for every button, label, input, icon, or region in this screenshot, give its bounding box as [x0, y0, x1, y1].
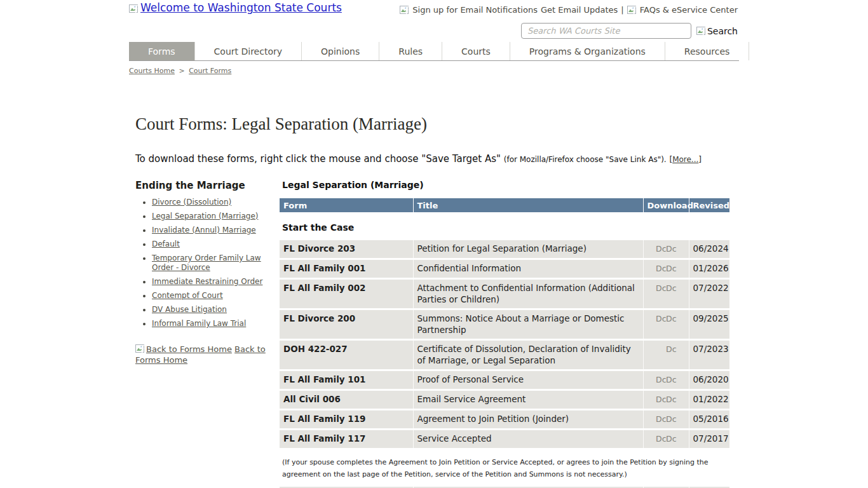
sidebar-item-legal-separation: Legal Separation (Marriage)	[152, 212, 280, 221]
download-pdf-link[interactable]: Dc	[666, 263, 676, 274]
breadcrumb-courts-home[interactable]: Courts Home	[129, 67, 175, 75]
form-title: Agreement to Join Petition (Joinder)	[413, 410, 643, 430]
download-cell: DcDc	[643, 410, 689, 430]
form-number: FL All Family 101	[280, 370, 413, 390]
nav-tab-courts[interactable]: Courts	[442, 42, 510, 60]
table-row: FL Divorce 203 Petition for Legal Separa…	[280, 240, 729, 259]
download-pdf-link[interactable]: Dc	[666, 433, 676, 445]
form-number: FL All Family 002	[280, 279, 413, 309]
search-button[interactable]: Search	[696, 26, 738, 36]
spouse-note-row: (If your spouse completes the Agreement …	[280, 449, 729, 487]
download-cell: DcDc	[643, 430, 689, 449]
form-number: FL All Family 001	[280, 259, 413, 279]
download-word-link[interactable]: Dc	[656, 433, 666, 445]
download-pdf-link[interactable]: Dc	[666, 394, 676, 405]
site-header: Welcome to Washington State Courts Sign …	[129, 0, 739, 42]
sidebar-link-informal-trial[interactable]: Informal Family Law Trial	[152, 319, 246, 328]
sidebar-link-invalidate[interactable]: Invalidate (Annul) Marriage	[152, 226, 256, 234]
faqs-eservice-link[interactable]: FAQs & eService Center	[640, 5, 738, 15]
column-header-title: Title	[413, 198, 643, 212]
more-link-wrap: [More...]	[669, 155, 702, 164]
download-word-link[interactable]: Dc	[656, 394, 666, 405]
download-cell: DcDc	[643, 279, 689, 309]
nav-tab-opinions[interactable]: Opinions	[302, 42, 379, 60]
form-number: DOH 422-027	[280, 340, 413, 370]
breadcrumb-separator: >	[179, 67, 184, 75]
nav-tab-rules[interactable]: Rules	[379, 42, 442, 60]
revised-date: 06/2024	[689, 240, 729, 259]
more-bracket-close: ]	[698, 155, 702, 164]
utility-separator: |	[621, 5, 623, 15]
download-pdf-link[interactable]: Dc	[666, 374, 676, 386]
nav-tab-forms[interactable]: Forms	[129, 42, 195, 60]
search-icon	[696, 27, 706, 36]
revised-date: 07/2017	[689, 430, 729, 449]
form-number: All Civil 006	[280, 390, 413, 410]
sidebar-link-dv-abuse[interactable]: DV Abuse Litigation	[152, 305, 227, 314]
download-cell: Dc	[643, 340, 689, 370]
search-input[interactable]	[521, 23, 691, 39]
nav-tab-resources[interactable]: Resources	[665, 42, 750, 60]
form-title: Proof of Personal Service	[413, 370, 643, 390]
form-title: Attachment to Confidential Information (…	[413, 279, 643, 309]
back-arrow-icon	[135, 344, 145, 353]
back-to-forms-home[interactable]: Back to Forms Home Back to Forms Home	[135, 344, 280, 365]
revised-date: 09/2025	[689, 309, 729, 340]
sidebar-item-contempt: Contempt of Court	[152, 291, 280, 301]
forms-section-heading: Legal Separation (Marriage)	[282, 180, 729, 190]
download-word-link[interactable]: Dc	[656, 263, 666, 274]
sidebar-link-temporary-order[interactable]: Temporary Order Family Law Order - Divor…	[152, 254, 261, 272]
column-header-revised: Revised	[689, 198, 729, 212]
download-word-link[interactable]: Dc	[656, 243, 666, 255]
revised-date: 07/2023	[689, 340, 729, 370]
download-word-link[interactable]: Dc	[656, 414, 666, 425]
sidebar-link-default[interactable]: Default	[152, 240, 180, 248]
sidebar-link-divorce[interactable]: Divorce (Dissolution)	[152, 198, 231, 207]
site-logo-link[interactable]: Welcome to Washington State Courts	[129, 1, 342, 14]
main-nav: Forms Court Directory Opinions Rules Cou…	[129, 42, 739, 61]
download-cell: DcDc	[643, 370, 689, 390]
sidebar-link-legal-separation[interactable]: Legal Separation (Marriage)	[152, 212, 258, 220]
breadcrumb-court-forms[interactable]: Court Forms	[189, 67, 231, 75]
sidebar-heading: Ending the Marriage	[135, 180, 280, 191]
download-word-link[interactable]: Dc	[656, 283, 666, 294]
revised-date: 07/2022	[689, 279, 729, 309]
download-pdf-link[interactable]: Dc	[666, 313, 676, 325]
sidebar-link-contempt[interactable]: Contempt of Court	[152, 291, 223, 300]
form-title: Petition for Legal Separation (Marriage)	[413, 240, 643, 259]
table-row: FL All Family 001 Confidential Informati…	[280, 259, 729, 279]
intro-small-text: (for Mozilla/Firefox choose "Save Link A…	[504, 155, 667, 164]
broken-image-icon	[400, 6, 409, 15]
download-pdf-link[interactable]: Dc	[666, 283, 676, 294]
content-area: Ending the Marriage Divorce (Dissolution…	[135, 180, 739, 488]
nav-tab-court-directory[interactable]: Court Directory	[195, 42, 302, 60]
table-row: FL All Family 101 Proof of Personal Serv…	[280, 370, 729, 390]
revised-date: 06/2020	[689, 370, 729, 390]
download-pdf-link[interactable]: Dc	[666, 344, 676, 355]
email-updates-link[interactable]: Get Email Updates	[541, 5, 618, 15]
form-title: Email Service Agreement	[413, 390, 643, 410]
sidebar-item-restraining-order: Immediate Restraining Order	[152, 277, 280, 287]
download-word-link[interactable]: Dc	[656, 374, 666, 386]
nav-tab-programs-organizations[interactable]: Programs & Organizations	[510, 42, 665, 60]
download-pdf-link[interactable]: Dc	[666, 414, 676, 425]
form-number: FL All Family 117	[280, 430, 413, 449]
sidebar: Ending the Marriage Divorce (Dissolution…	[135, 180, 280, 365]
sidebar-item-invalidate: Invalidate (Annul) Marriage	[152, 226, 280, 235]
sidebar-item-informal-trial: Informal Family Law Trial	[152, 319, 280, 329]
form-number: FL Divorce 200	[280, 309, 413, 340]
download-pdf-link[interactable]: Dc	[666, 243, 676, 255]
header-utility-links: Sign up for Email Notifications Get Emai…	[400, 5, 738, 15]
more-link[interactable]: More...	[672, 155, 698, 164]
page-container: Welcome to Washington State Courts Sign …	[129, 0, 739, 488]
forms-table: Form Title Download Revised Start the Ca…	[280, 198, 729, 488]
sidebar-item-divorce: Divorce (Dissolution)	[152, 198, 280, 207]
back-home-alt-text: Back to Forms Home	[146, 344, 232, 354]
sidebar-link-restraining-order[interactable]: Immediate Restraining Order	[152, 277, 262, 286]
download-word-link[interactable]: Dc	[656, 313, 666, 325]
download-cell: DcDc	[643, 309, 689, 340]
main-content: Legal Separation (Marriage) Form Title D…	[280, 180, 729, 488]
column-header-form: Form	[280, 198, 413, 212]
search-button-label: Search	[707, 26, 738, 36]
download-cell: DcDc	[643, 259, 689, 279]
